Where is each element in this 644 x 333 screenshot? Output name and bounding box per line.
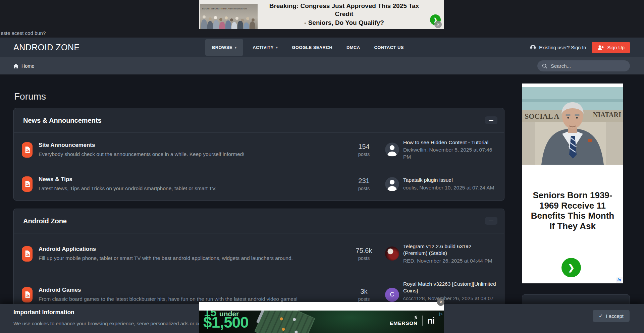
last-post-text: Telegram v12.2.6 build 63192 (Premium) (… — [403, 243, 496, 264]
forum-info: News & Tips Latest News, Tips and Tricks… — [39, 176, 343, 192]
arrow-right-icon: ❯ — [568, 263, 575, 272]
top-ad-headline-line2: - Seniors, Do You Qualify? — [304, 19, 384, 27]
forum-file-icon — [22, 287, 33, 302]
stray-debug-text: este acest cod bun? — [1, 30, 46, 36]
breadcrumb-home[interactable]: Home — [13, 57, 35, 74]
sign-up-button[interactable]: Sign Up — [592, 42, 630, 53]
avatar-letter[interactable]: C — [385, 288, 399, 302]
nav-item-contact-us[interactable]: CONTACT US — [370, 39, 409, 56]
sign-in-link[interactable]: Existing user? Sign In — [530, 45, 586, 51]
bottom-ad-close-button[interactable]: ✕ — [437, 298, 444, 306]
top-ad-building-sign: Social Secuuririrty Administration — [202, 7, 247, 10]
forum-name-link[interactable]: Android Applications — [39, 246, 343, 253]
forum-info: Site Announcements Everybody should chec… — [39, 142, 343, 158]
forum-name-link[interactable]: Site Announcements — [39, 142, 343, 149]
forum-name-link[interactable]: News & Tips — [39, 176, 343, 183]
forum-row-site-announcements[interactable]: Site Announcements Everybody should chec… — [14, 132, 504, 167]
nav-menu: BROWSE ▾ ACTIVITY ▾ GOOGLE SEARCH DMCA C… — [205, 39, 409, 56]
forum-name-link[interactable]: Android Games — [39, 287, 343, 293]
site-logo[interactable]: ANDROID ZONE — [13, 38, 80, 57]
last-post-meta: RED, November 26, 2025 at 04:44 PM — [403, 258, 496, 264]
search-icon — [542, 63, 547, 69]
top-ad-banner[interactable]: Social Secuuririrty Administration Break… — [199, 0, 444, 29]
nav-item-google-search[interactable]: GOOGLE SEARCH — [287, 39, 337, 56]
emerson-logo: EMERSON — [390, 315, 418, 326]
nav-item-activity[interactable]: ACTIVITY ▾ — [248, 39, 282, 56]
adchoices-triangle-icon[interactable]: ▷ — [439, 311, 443, 316]
last-post-meta: Dickwellin, November 5, 2025 at 07:46 PM — [403, 147, 496, 160]
last-post-title-link[interactable]: Tapatalk plugin issue! — [403, 177, 494, 183]
forum-posts-count: 154 posts — [349, 143, 379, 157]
nav-item-browse[interactable]: BROWSE ▾ — [205, 39, 243, 56]
section-header: Android Zone — [14, 209, 504, 233]
main-navbar: ANDROID ZONE BROWSE ▾ ACTIVITY ▾ GOOGLE … — [0, 38, 644, 57]
user-circle-icon — [530, 45, 536, 51]
last-post-text: How to see Hidden Content - Tutorial Dic… — [403, 139, 496, 160]
user-plus-icon — [597, 45, 604, 50]
check-icon: ✓ — [599, 313, 603, 319]
top-ad-close-button[interactable]: ✕ — [434, 21, 442, 28]
ni-logo: ni — [427, 316, 434, 325]
cookie-title: Important Information — [13, 309, 74, 316]
sidebar-ad[interactable]: SOCIAL A NIATARI Seniors Born 1939-1969 … — [522, 84, 623, 283]
section-news-announcements: News & Announcements Site Announcements … — [13, 108, 504, 201]
avatar[interactable] — [385, 177, 399, 191]
bottom-ad-qty-line: 15 under — [204, 311, 239, 319]
last-post-meta: coulis, November 10, 2025 at 07:24 AM — [403, 184, 494, 191]
forum-description: Everybody should check out the announcem… — [39, 151, 343, 158]
adchoices-icon[interactable]: in — [616, 277, 623, 283]
logo-divider — [422, 316, 423, 326]
nav-item-dmca[interactable]: DMCA — [342, 39, 365, 56]
last-post-title-link[interactable]: How to see Hidden Content - Tutorial — [403, 139, 496, 146]
emerson-mark-icon — [414, 315, 418, 320]
last-post-title-link[interactable]: Royal Match v32263 [Custom][Unlimited Co… — [403, 281, 496, 294]
forum-posts-count: 75.6k posts — [349, 247, 379, 261]
top-ad-crowd-bodies — [201, 19, 207, 29]
forum-row-android-applications[interactable]: Android Applications Fill up your mobile… — [14, 233, 504, 274]
close-icon: ✕ — [436, 22, 439, 27]
last-post-title-link[interactable]: Telegram v12.2.6 build 63192 (Premium) (… — [403, 243, 496, 257]
bottom-ad-body: 15 under $1,500 EMERSON ni ▷ — [199, 311, 444, 333]
top-ad-crowd — [203, 15, 206, 18]
close-icon: ✕ — [439, 300, 442, 304]
bottom-ad-white-strip — [199, 302, 444, 311]
avatar-image[interactable] — [385, 246, 399, 261]
search-box — [537, 60, 630, 71]
collapse-section-button[interactable] — [485, 116, 497, 124]
sidebar-ad-headline: Seniors Born 1939-1969 Receive 11 Benefi… — [528, 190, 617, 231]
forum-page: este acest cod bun? Social Secuuririrty … — [0, 0, 644, 333]
forum-posts-count: 3k posts — [349, 288, 379, 302]
sidebar-ad-photo: SOCIAL A NIATARI — [522, 87, 623, 165]
bottom-ad-banner[interactable]: 15 under $1,500 EMERSON ni ▷ ✕ — [199, 302, 444, 333]
sidebar-sign-left: SOCIAL A — [525, 112, 559, 120]
forum-row-news-tips[interactable]: News & Tips Latest News, Tips and Tricks… — [14, 167, 504, 201]
forum-last-post: Telegram v12.2.6 build 63192 (Premium) (… — [385, 243, 496, 264]
top-ad-photo: Social Secuuririrty Administration — [200, 4, 258, 29]
forum-last-post: How to see Hidden Content - Tutorial Dic… — [385, 139, 496, 160]
cookie-accept-button[interactable]: ✓ I accept — [593, 310, 630, 322]
forum-info: Android Games From classic board games t… — [39, 287, 343, 303]
forum-posts-count: 231 posts — [349, 177, 379, 191]
minus-icon — [489, 221, 493, 221]
sidebar-ad-arrow-button[interactable]: ❯ — [561, 258, 581, 277]
forum-file-icon — [22, 176, 33, 192]
top-ad-headline-line1: Breaking: Congress Just Approved This 20… — [260, 2, 428, 18]
bottom-ad-brands: EMERSON ni — [390, 315, 434, 326]
collapse-section-button[interactable] — [485, 217, 497, 225]
forum-file-icon — [22, 142, 33, 158]
search-input[interactable] — [551, 63, 625, 69]
circuit-board-image — [254, 311, 315, 333]
avatar[interactable] — [385, 143, 399, 157]
forum-file-icon — [22, 246, 33, 262]
chevron-down-icon: ▾ — [276, 46, 278, 49]
forum-description: Fill up your mobile phone, tablet or sma… — [39, 255, 343, 262]
bottom-ad-qty-label: under — [219, 311, 239, 318]
section-android-zone: Android Zone Android Applications Fill u… — [13, 209, 504, 315]
section-title: News & Announcements — [23, 117, 102, 124]
section-title: Android Zone — [23, 217, 67, 225]
forum-description: Latest News, Tips and Tricks on your And… — [39, 185, 343, 192]
breadcrumb-bar: Home — [0, 57, 644, 74]
nav-right-group: Existing user? Sign In Sign Up — [530, 38, 630, 57]
forum-last-post: Tapatalk plugin issue! coulis, November … — [385, 177, 496, 191]
page-title: Forums — [14, 91, 46, 102]
